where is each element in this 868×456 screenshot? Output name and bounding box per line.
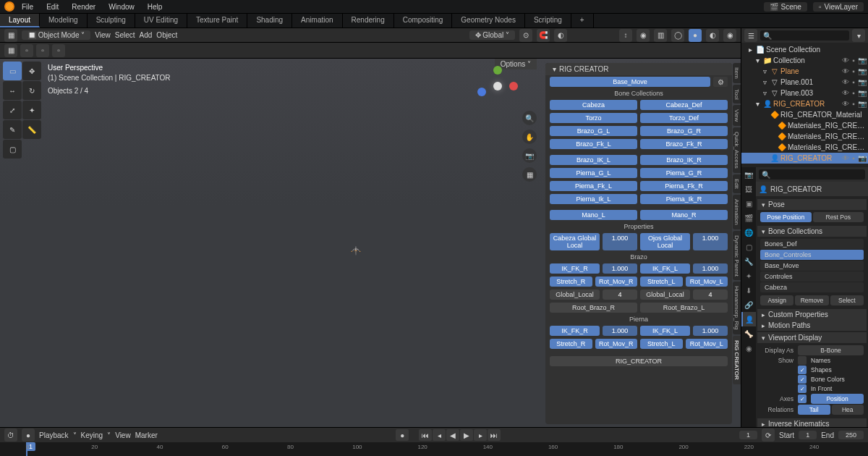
tab-view[interactable]: View: [733, 105, 741, 126]
prev-key-icon[interactable]: ◂: [433, 429, 446, 441]
tool-move[interactable]: ↔: [3, 81, 22, 100]
bonecol-Cabeza[interactable]: Cabeza: [550, 100, 637, 110]
tree-row[interactable]: ▿▽Plane.001👁▪📷: [741, 77, 868, 88]
options-icon[interactable]: ⚙: [713, 77, 728, 87]
gizmo-toggle-icon[interactable]: ↕: [619, 29, 632, 42]
ws-render[interactable]: Rendering: [343, 14, 394, 28]
assign-btn[interactable]: Assign: [760, 295, 793, 305]
rig-creator-button[interactable]: RIG_CREATOR: [550, 356, 728, 366]
end-frame[interactable]: 250: [838, 431, 864, 439]
tree-row[interactable]: 🔶Materiales_RIG_CREATOR: [741, 131, 868, 142]
base-move-btn[interactable]: Base_Move: [550, 77, 710, 87]
relations-head-btn[interactable]: Hea: [832, 405, 864, 415]
ws-modeling[interactable]: Modeling: [40, 14, 88, 28]
tree-row[interactable]: 👤RIG_CREATOR👁▪📷: [741, 153, 868, 164]
bonecol-Brazo_IK_R[interactable]: Brazo_IK_R: [640, 155, 728, 165]
tool-rotate[interactable]: ↻: [22, 81, 41, 100]
timeline-track[interactable]: 1 020406080100120140160180200220240: [0, 442, 868, 456]
viewport-display-section[interactable]: ▾ Viewport Display: [757, 332, 867, 343]
bonecol-Cabeza_Def[interactable]: Cabeza_Def: [640, 100, 728, 110]
axes-checkbox[interactable]: ✓: [798, 394, 807, 403]
ptab-world-icon[interactable]: 🌐: [741, 225, 756, 240]
tab-edit[interactable]: Edit: [733, 174, 741, 193]
tool-row-icon2[interactable]: ▫: [20, 44, 33, 57]
relations-tail-btn[interactable]: Tail: [798, 405, 830, 415]
snap-icon[interactable]: 🧲: [537, 29, 550, 42]
ws-geonodes[interactable]: Geometry Nodes: [452, 14, 525, 28]
menu-window[interactable]: Window: [103, 3, 140, 11]
prop-edit-icon[interactable]: ◐: [554, 29, 567, 42]
bone-collections-section[interactable]: ▾ Bone Collections: [757, 226, 867, 237]
bone-colors-checkbox[interactable]: ✓: [798, 375, 807, 384]
menu-render[interactable]: Render: [66, 3, 101, 11]
in-front-checkbox[interactable]: ✓: [798, 384, 807, 393]
tool-row-icon3[interactable]: ▫: [36, 44, 49, 57]
play-icon[interactable]: ▶: [460, 429, 473, 441]
ptab-scene-icon[interactable]: 🎬: [741, 211, 756, 225]
ptab-render-icon[interactable]: 📷: [741, 167, 756, 182]
ptab-constraint-icon[interactable]: 🔗: [741, 297, 756, 312]
editor-type-icon[interactable]: ▦: [4, 29, 17, 42]
tool-row-icon[interactable]: ▦: [4, 44, 17, 57]
shapes-checkbox[interactable]: ✓: [798, 366, 807, 374]
xray-icon[interactable]: ▥: [654, 29, 667, 42]
shading-mat-icon[interactable]: ◐: [706, 29, 719, 42]
ws-comp[interactable]: Compositing: [394, 14, 453, 28]
axis-y-icon[interactable]: [493, 66, 502, 75]
select-btn[interactable]: Select: [830, 295, 864, 305]
tree-row[interactable]: ▿▽Plane👁▪📷: [741, 66, 868, 77]
persp-icon[interactable]: ▦: [522, 167, 537, 182]
start-frame[interactable]: 1: [799, 431, 817, 439]
ws-add[interactable]: +: [571, 14, 594, 28]
ws-sculpting[interactable]: Sculpting: [88, 14, 135, 28]
tool-cursor[interactable]: ✥: [22, 62, 41, 80]
ws-shading[interactable]: Shading: [247, 14, 292, 28]
properties-search[interactable]: 🔍: [759, 169, 865, 180]
blender-logo[interactable]: [4, 1, 14, 12]
menu-edit[interactable]: Edit: [41, 3, 64, 11]
ptab-physics-icon[interactable]: ⬇: [741, 283, 756, 297]
camera-icon[interactable]: 📷: [522, 148, 537, 163]
axis-z-icon[interactable]: [477, 88, 486, 96]
tree-row[interactable]: 🔶Materiales_RIG_CREATOR: [741, 142, 868, 153]
tab-humanmorp[interactable]: Humanmorp_Rig: [733, 282, 741, 334]
ik-section[interactable]: ▸ Inverse Kinematics: [757, 418, 867, 427]
jump-end-icon[interactable]: ⏭: [488, 429, 501, 441]
filter-icon[interactable]: ▾: [852, 29, 865, 42]
menu-file[interactable]: File: [16, 3, 39, 11]
bonecol-Brazo_IK_L[interactable]: Brazo_IK_L: [550, 155, 637, 165]
tool-transform[interactable]: ✦: [22, 101, 41, 119]
bonecol-Pierna_G_R[interactable]: Pierna_G_R: [640, 168, 728, 178]
tl-marker[interactable]: Marker: [135, 431, 158, 439]
panel-header[interactable]: ▾ RIG CREATOR: [545, 63, 732, 75]
motion-paths-section[interactable]: ▸ Motion Paths: [757, 320, 867, 331]
object-menu[interactable]: Object: [156, 31, 177, 39]
bonecol-Brazo_G_L[interactable]: Brazo_G_L: [550, 126, 637, 136]
axis-x-icon[interactable]: [509, 82, 518, 90]
bonecol-Brazo_G_R[interactable]: Brazo_G_R: [640, 126, 728, 136]
play-reverse-icon[interactable]: ◀: [446, 429, 459, 441]
tree-row[interactable]: ▾👤RIG_CREATOR👁▪📷: [741, 98, 868, 109]
ptab-particle-icon[interactable]: ✦: [741, 269, 756, 283]
pose-section[interactable]: ▾ Pose: [757, 199, 867, 210]
bonecol-Brazo_Fk_L[interactable]: Brazo_Fk_L: [550, 139, 637, 149]
ptab-object-icon[interactable]: ▢: [741, 240, 756, 254]
bonecol-Brazo_Fk_R[interactable]: Brazo_Fk_R: [640, 139, 728, 149]
bonecol-Torzo[interactable]: Torzo: [550, 113, 637, 123]
ptab-output-icon[interactable]: 🖼: [741, 182, 756, 196]
bonecol-Mano_R[interactable]: Mano_R: [640, 210, 728, 220]
tree-row[interactable]: ▸📄Scene Collection: [741, 44, 868, 55]
shading-wire-icon[interactable]: ◯: [671, 29, 684, 42]
tree-row[interactable]: 🔶RIG_CREATOR_Material: [741, 109, 868, 120]
bone-collection-item[interactable]: Base_Move: [760, 261, 864, 271]
view-menu[interactable]: View: [95, 31, 111, 39]
tab-item[interactable]: Item: [733, 63, 741, 83]
mode-select[interactable]: 🔲 Object Mode ˅: [22, 30, 90, 40]
rest-position-btn[interactable]: Rest Pos: [813, 212, 864, 222]
jump-start-icon[interactable]: ⏮: [419, 429, 432, 441]
scene-selector[interactable]: 🎬Scene: [764, 2, 807, 12]
tab-quick[interactable]: Quick_Access: [733, 127, 741, 173]
autokey-icon[interactable]: ●: [22, 428, 35, 442]
tool-row-icon4[interactable]: ▫: [52, 44, 65, 57]
tl-view[interactable]: View: [115, 431, 131, 439]
